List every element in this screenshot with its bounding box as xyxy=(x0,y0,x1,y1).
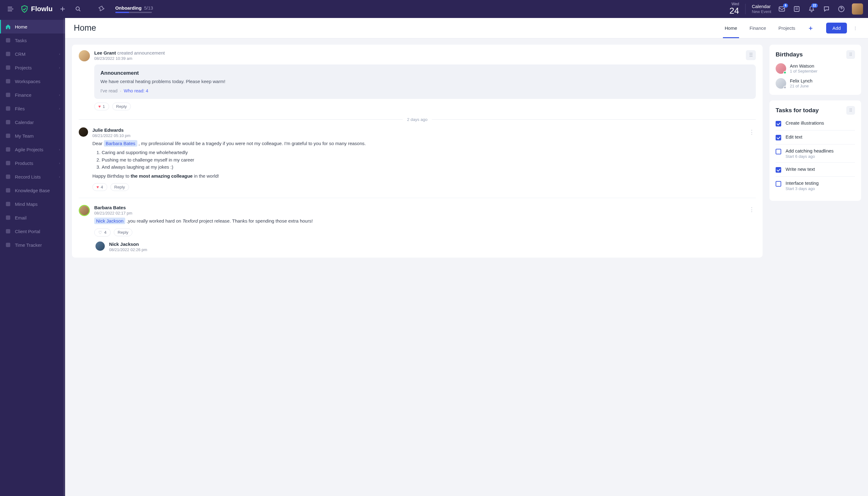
sidebar-item-finance[interactable]: Finance› xyxy=(0,88,65,102)
sidebar-item-client-portal[interactable]: Client Portal xyxy=(0,224,65,238)
tab-finance[interactable]: Finance xyxy=(749,18,766,38)
sidebar-item-record-lists[interactable]: Record Lists› xyxy=(0,170,65,184)
sidebar-item-knowledge-base[interactable]: Knowledge Base xyxy=(0,184,65,197)
sidebar-item-projects[interactable]: Projects› xyxy=(0,61,65,74)
sidebar-item-label: My Team xyxy=(15,133,34,139)
sidebar-item-products[interactable]: Products› xyxy=(0,156,65,170)
new-button[interactable] xyxy=(57,3,68,15)
mention[interactable]: Barbara Bates xyxy=(104,140,137,146)
avatar[interactable] xyxy=(79,50,90,61)
avatar[interactable] xyxy=(95,242,105,251)
task-checkbox[interactable] xyxy=(776,167,781,173)
svg-rect-8 xyxy=(6,93,10,97)
sidebar-item-mind-maps[interactable]: Mind Maps xyxy=(0,197,65,211)
task-item[interactable]: Create illustrations xyxy=(776,119,855,130)
header-cal-sub: New Event xyxy=(752,9,771,15)
sidebar-item-label: Workspaces xyxy=(15,79,40,84)
menu-toggle-button[interactable] xyxy=(5,3,16,15)
ive-read-label[interactable]: I've read xyxy=(100,88,118,93)
post-more-icon[interactable]: ⠿ xyxy=(746,50,756,60)
task-checkbox[interactable] xyxy=(776,135,781,140)
sidebar-item-email[interactable]: Email xyxy=(0,211,65,224)
task-item[interactable]: Add catching headlinesStart 6 days ago xyxy=(776,144,855,162)
task-sub: Start 3 days ago xyxy=(786,186,819,191)
box-icon xyxy=(5,160,11,166)
chevron-right-icon: › xyxy=(59,161,60,165)
add-tab-button[interactable]: ＋ xyxy=(808,18,814,38)
task-label: Create illustrations xyxy=(786,120,824,126)
user-avatar[interactable] xyxy=(852,3,863,15)
reply-button[interactable]: Reply xyxy=(112,103,131,110)
notes-icon[interactable] xyxy=(792,5,801,13)
onboarding-block[interactable]: Onboarding 5/13 xyxy=(115,5,153,13)
sidebar-item-calendar[interactable]: Calendar xyxy=(0,115,65,129)
announcement-body: We have central heating problems today. … xyxy=(100,79,749,84)
birthday-name: Felix Lynch xyxy=(790,78,812,83)
reply-button[interactable]: Reply xyxy=(110,183,129,191)
avatar[interactable] xyxy=(79,127,88,137)
sidebar-item-tasks[interactable]: Tasks xyxy=(0,33,65,47)
post-more-icon[interactable]: ⋮ xyxy=(748,205,756,252)
clock-icon xyxy=(5,242,11,248)
nested-reply: Nick Jackson 08/21/2022 02:26 pm xyxy=(94,242,743,252)
header-day: 24 xyxy=(729,6,739,16)
inbox-icon[interactable]: 6 xyxy=(777,5,786,13)
header-date[interactable]: Wed 24 xyxy=(729,2,739,16)
birthday-name: Ann Watson xyxy=(790,64,818,68)
chat-icon[interactable] xyxy=(822,5,831,13)
post-author[interactable]: Barbara Bates xyxy=(94,205,126,210)
tab-projects[interactable]: Projects xyxy=(778,18,795,38)
birthdays-widget: Birthdays ⠿ Ann Watson1 of SeptemberFeli… xyxy=(770,45,861,95)
reply-button[interactable]: Reply xyxy=(114,229,133,236)
onboarding-label: Onboarding xyxy=(115,5,142,11)
search-button[interactable] xyxy=(73,3,84,15)
sidebar-item-time-tracker[interactable]: Time Tracker xyxy=(0,238,65,252)
add-button[interactable]: Add xyxy=(826,22,847,33)
post-author[interactable]: Lee Grant xyxy=(94,50,116,56)
sidebar-item-crm[interactable]: CRM› xyxy=(0,47,65,61)
birthday-item[interactable]: Ann Watson1 of September xyxy=(776,63,855,74)
post-author[interactable]: Nick Jackson xyxy=(109,242,139,247)
sidebar-item-label: CRM xyxy=(15,51,26,57)
sidebar-item-files[interactable]: Files› xyxy=(0,102,65,115)
sidebar-item-label: Home xyxy=(15,24,27,29)
mention[interactable]: Nick Jackson xyxy=(94,218,125,224)
task-item[interactable]: Interface testingStart 3 days ago xyxy=(776,176,855,195)
like-button[interactable]: ♡4 xyxy=(94,229,111,236)
sidebar-item-home[interactable]: Home xyxy=(0,20,65,33)
book-icon xyxy=(5,187,11,193)
grid-icon xyxy=(5,78,11,84)
page-more-icon[interactable]: ⋮ xyxy=(851,24,859,33)
drag-handle-icon[interactable]: ⠿ xyxy=(846,106,855,115)
task-checkbox[interactable] xyxy=(776,121,781,126)
feed-post: Lee Grant created announcement 08/23/202… xyxy=(79,50,756,110)
sidebar-item-label: Record Lists xyxy=(15,174,41,180)
post-more-icon[interactable]: ⋮ xyxy=(748,127,756,191)
bell-icon[interactable]: 22 xyxy=(807,5,816,13)
tab-home[interactable]: Home xyxy=(725,18,737,38)
task-checkbox[interactable] xyxy=(776,181,781,187)
drag-handle-icon[interactable]: ⠿ xyxy=(846,50,855,59)
header-calendar[interactable]: Calendar New Event xyxy=(752,3,771,15)
sidebar-item-workspaces[interactable]: Workspaces xyxy=(0,74,65,88)
task-sub: Start 6 days ago xyxy=(786,154,834,159)
help-icon[interactable] xyxy=(837,5,846,13)
avatar xyxy=(776,78,786,89)
like-button[interactable]: ♥4 xyxy=(92,183,107,191)
svg-rect-16 xyxy=(6,202,10,206)
pin-button[interactable] xyxy=(96,3,107,15)
sidebar-item-my-team[interactable]: My Team xyxy=(0,129,65,143)
task-item[interactable]: Write new text xyxy=(776,162,855,176)
post-author[interactable]: Julie Edwards xyxy=(92,127,124,133)
sidebar-item-label: Knowledge Base xyxy=(15,188,50,193)
brand-logo[interactable]: Flowlu xyxy=(20,5,53,13)
svg-rect-2 xyxy=(794,6,799,12)
sidebar-item-agile-projects[interactable]: Agile Projects› xyxy=(0,143,65,156)
birthday-item[interactable]: Felix Lynch21 of June xyxy=(776,78,855,89)
task-checkbox[interactable] xyxy=(776,149,781,154)
avatar[interactable] xyxy=(79,205,90,216)
task-item[interactable]: Edit text xyxy=(776,130,855,144)
chevron-right-icon: › xyxy=(59,66,60,69)
who-read-link[interactable]: Who read: 4 xyxy=(124,88,148,93)
like-button[interactable]: ♥1 xyxy=(94,103,109,110)
